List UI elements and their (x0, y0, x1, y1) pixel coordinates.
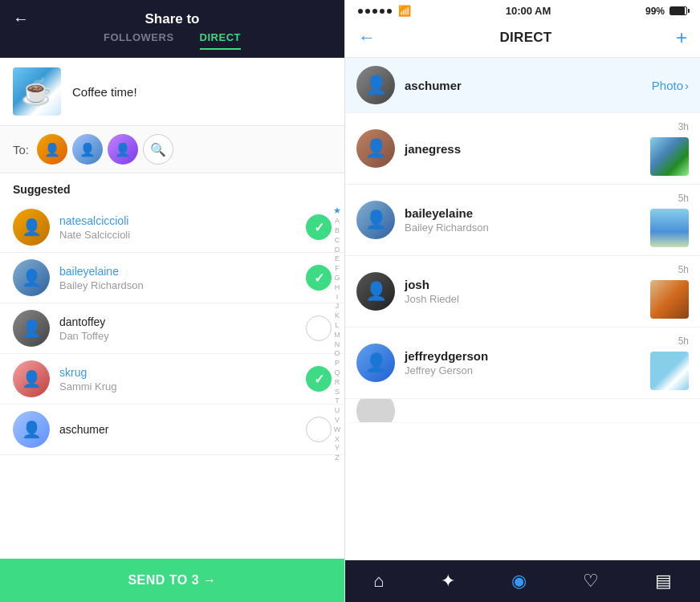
status-time: 10:00 AM (506, 5, 551, 17)
dm-meta-baileyelaine: 5h (650, 193, 689, 247)
new-direct-button[interactable]: + (676, 26, 687, 49)
alpha-J[interactable]: J (336, 302, 340, 311)
contact-item-skrug[interactable]: 👤 skrug Sammi Krug ✓ (0, 354, 344, 405)
battery-percent: 99% (645, 6, 665, 17)
contact-avatar-natesalciccioli: 👤 (13, 209, 50, 246)
dm-meta-jeffreydgerson: 5h (650, 336, 689, 390)
tab-followers[interactable]: FOLLOWERS (104, 31, 174, 50)
left-panel: ← Share to FOLLOWERS DIRECT ☕ Coffee tim… (0, 0, 345, 602)
select-aschumer[interactable] (306, 417, 332, 442)
nav-home[interactable]: ⌂ (360, 564, 397, 598)
nav-camera[interactable]: ◉ (499, 564, 539, 598)
search-recipients-button[interactable]: 🔍 (143, 134, 173, 165)
dm-photo-link[interactable]: Photo (652, 79, 683, 92)
dm-time-baileyelaine: 5h (678, 193, 689, 204)
alpha-P[interactable]: P (335, 359, 340, 368)
post-preview: ☕ Coffee time! (0, 58, 344, 126)
dm-list: 👤 aschumer Photo › 👤 janegress 3h 👤 bail… (345, 58, 700, 560)
dm-time-janegress: 3h (678, 121, 689, 132)
select-dantoffey[interactable] (306, 315, 332, 341)
alpha-L[interactable]: L (335, 321, 339, 330)
post-caption: Coffee time! (72, 85, 137, 99)
alpha-F[interactable]: F (335, 264, 340, 273)
alpha-X[interactable]: X (335, 435, 340, 444)
to-field: To: 👤 👤 👤 🔍 (0, 126, 344, 173)
alpha-star[interactable]: ★ (333, 205, 341, 216)
nav-heart[interactable]: ♡ (570, 564, 612, 598)
select-natesalciccioli[interactable]: ✓ (306, 214, 332, 240)
alpha-N[interactable]: N (335, 340, 340, 349)
contact-item-aschumer[interactable]: 👤 aschumer (0, 405, 344, 455)
contact-avatar-baileyelaine: 👤 (13, 259, 50, 296)
alpha-R[interactable]: R (335, 378, 340, 387)
contact-realname-baileyelaine: Bailey Richardson (59, 279, 306, 291)
recipient-avatar-2[interactable]: 👤 (72, 134, 103, 165)
select-skrug[interactable]: ✓ (306, 366, 332, 392)
tab-direct[interactable]: DIRECT (200, 31, 241, 50)
alpha-U[interactable]: U (335, 406, 340, 415)
post-thumbnail: ☕ (13, 67, 61, 116)
select-baileyelaine[interactable]: ✓ (306, 265, 332, 291)
alpha-M[interactable]: M (334, 331, 340, 340)
dm-username-jeffreydgerson: jeffreydgerson (405, 349, 650, 363)
alpha-I[interactable]: I (336, 293, 339, 302)
alpha-S[interactable]: S (335, 388, 340, 397)
status-bar: 📶 10:00 AM 99% (345, 0, 700, 20)
dm-thumbnail-josh (650, 280, 689, 319)
contact-item-dantoffey[interactable]: 👤 dantoffey Dan Toffey (0, 303, 344, 354)
right-panel: 📶 10:00 AM 99% ← DIRECT + 👤 aschumer Pho… (345, 0, 700, 602)
nav-explore[interactable]: ✦ (428, 564, 468, 598)
alpha-Y[interactable]: Y (335, 444, 340, 453)
alpha-K[interactable]: K (335, 311, 340, 320)
battery-fill (670, 7, 685, 14)
dm-item-aschumer[interactable]: 👤 aschumer Photo › (345, 58, 700, 113)
coffee-cup-icon: ☕ (21, 76, 53, 107)
dm-item-baileyelaine-right[interactable]: 👤 baileyelaine Bailey Richardson 5h (345, 185, 700, 256)
right-header: ← DIRECT + (345, 20, 700, 58)
dm-item-janegress[interactable]: 👤 janegress 3h (345, 113, 700, 185)
dot-1 (358, 9, 363, 14)
alpha-H[interactable]: H (335, 283, 340, 292)
recipient-avatars: 👤 👤 👤 🔍 (37, 134, 173, 165)
alpha-Z[interactable]: Z (335, 454, 340, 462)
alpha-B[interactable]: B (335, 226, 340, 235)
send-to-button[interactable]: SEND TO 3 → (0, 559, 344, 602)
left-header: ← Share to FOLLOWERS DIRECT (0, 0, 344, 58)
back-arrow-right[interactable]: ← (358, 27, 376, 48)
checkmark-skrug: ✓ (314, 372, 324, 387)
dm-time-josh: 5h (678, 264, 689, 275)
alpha-V[interactable]: V (335, 416, 340, 425)
dm-avatar-aschumer: 👤 (356, 66, 395, 104)
contact-item-natesalciccioli[interactable]: 👤 natesalciccioli Nate Salciccioli ✓ (0, 202, 344, 253)
dot-4 (380, 9, 385, 14)
contact-avatar-skrug: 👤 (13, 360, 50, 397)
alpha-W[interactable]: W (334, 425, 341, 434)
recipient-avatar-3[interactable]: 👤 (108, 134, 138, 165)
dm-username-baileyelaine-right: baileyelaine (405, 206, 650, 220)
alpha-G[interactable]: G (334, 274, 340, 283)
dm-subtext-jeffreydgerson: Jeffrey Gerson (405, 364, 650, 376)
dm-subtext-josh: Josh Riedel (405, 293, 650, 305)
dm-item-partial (345, 399, 700, 423)
signal-area: 📶 (358, 5, 411, 17)
back-arrow-left[interactable]: ← (13, 10, 29, 28)
contact-info-natesalciccioli: natesalciccioli Nate Salciccioli (59, 214, 306, 241)
dm-item-josh[interactable]: 👤 josh Josh Riedel 5h (345, 256, 700, 327)
alpha-D[interactable]: D (335, 246, 340, 254)
nav-profile[interactable]: ▤ (642, 564, 685, 598)
dm-info-baileyelaine-right: baileyelaine Bailey Richardson (405, 206, 650, 234)
contact-item-baileyelaine[interactable]: 👤 baileyelaine Bailey Richardson ✓ (0, 253, 344, 303)
wifi-icon: 📶 (398, 5, 411, 17)
dot-3 (372, 9, 377, 14)
dot-2 (365, 9, 370, 14)
alpha-A[interactable]: A (335, 217, 340, 226)
alpha-T[interactable]: T (335, 397, 340, 405)
alpha-O[interactable]: O (334, 349, 340, 358)
dm-item-jeffreydgerson[interactable]: 👤 jeffreydgerson Jeffrey Gerson 5h (345, 327, 700, 399)
alpha-Q[interactable]: Q (334, 368, 340, 377)
dm-avatar-josh: 👤 (356, 272, 395, 311)
alpha-C[interactable]: C (335, 236, 340, 245)
alpha-E[interactable]: E (335, 254, 340, 263)
recipient-avatar-1[interactable]: 👤 (37, 134, 67, 165)
contact-realname-skrug: Sammi Krug (59, 380, 306, 393)
